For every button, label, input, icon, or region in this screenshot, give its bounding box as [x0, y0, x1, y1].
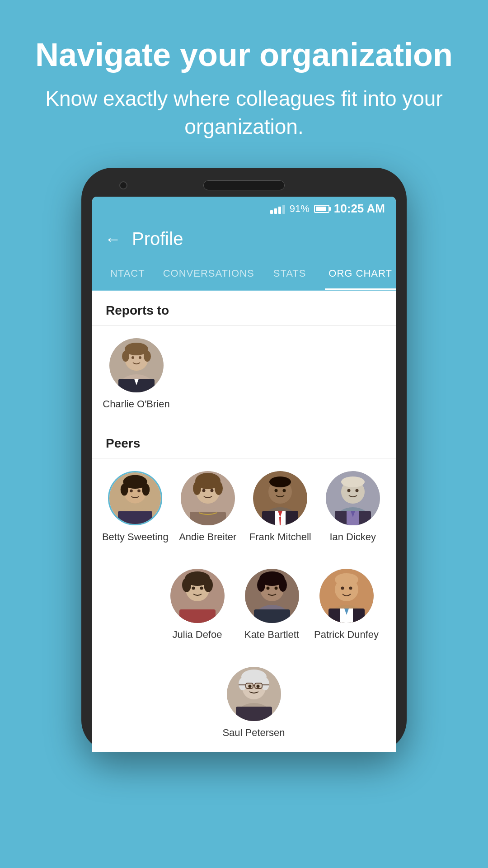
person-julia-name: Julia Defoe [172, 628, 222, 642]
person-ian[interactable]: Ian Dickey [319, 471, 387, 544]
svg-point-29 [215, 481, 223, 495]
svg-point-67 [274, 587, 277, 590]
svg-point-46 [347, 489, 350, 492]
signal-bar-2 [274, 208, 277, 214]
signal-bar-3 [278, 207, 281, 214]
svg-rect-96 [236, 707, 272, 721]
app-bar: ← Profile [92, 221, 396, 257]
svg-point-37 [269, 476, 291, 487]
hero-subtitle: Know exactly where colleagues fit into y… [27, 85, 461, 141]
avatar-ian [326, 471, 380, 525]
avatar-saul [227, 667, 281, 721]
battery-fill [316, 207, 326, 211]
tab-conversations[interactable]: CONVERSATIONS [163, 257, 254, 290]
svg-point-66 [266, 587, 269, 590]
svg-point-19 [142, 483, 150, 495]
svg-point-36 [283, 489, 286, 492]
avatar-frank [253, 471, 307, 525]
svg-point-35 [275, 489, 278, 492]
svg-point-56 [192, 587, 195, 590]
svg-point-47 [355, 489, 358, 492]
svg-point-89 [239, 678, 247, 690]
battery-icon [314, 205, 329, 213]
person-patrick-name: Patrick Dunfey [314, 628, 379, 642]
phone-mockup: 91% 10:25 AM ← Profile NTACT CONVERSATIO… [0, 168, 488, 752]
reports-to-header: Reports to [92, 291, 396, 326]
svg-point-26 [210, 489, 213, 492]
person-saul-name: Saul Petersen [222, 726, 285, 740]
person-charlie[interactable]: Charlie O'Brien [101, 338, 171, 411]
svg-point-4 [131, 356, 134, 359]
svg-point-77 [349, 587, 352, 590]
signal-percent: 91% [290, 203, 310, 215]
svg-rect-61 [179, 609, 216, 623]
person-kate-name: Kate Bartlett [244, 628, 299, 642]
person-kate[interactable]: Kate Bartlett [237, 569, 307, 642]
svg-rect-71 [254, 609, 290, 623]
svg-point-57 [200, 587, 203, 590]
avatar-charlie [109, 338, 164, 392]
back-button[interactable]: ← [105, 230, 121, 249]
svg-point-70 [279, 578, 287, 592]
phone-frame: 91% 10:25 AM ← Profile NTACT CONVERSATIO… [81, 168, 407, 752]
speaker [203, 180, 285, 190]
svg-point-90 [261, 678, 269, 690]
avatar-betty [108, 471, 162, 525]
svg-point-48 [341, 476, 365, 487]
svg-point-8 [144, 351, 151, 362]
person-andie-name: Andie Breiter [179, 531, 236, 544]
avatar-kate [245, 569, 299, 623]
svg-rect-30 [190, 512, 226, 525]
signal-bar-1 [270, 210, 273, 214]
svg-point-25 [202, 489, 205, 492]
svg-point-78 [335, 573, 358, 586]
person-charlie-name: Charlie O'Brien [103, 398, 169, 411]
peers-row-3: Saul Petersen [92, 654, 396, 752]
avatar-julia [170, 569, 225, 623]
hero-section: Navigate your organization Know exactly … [0, 0, 488, 163]
avatar-patrick [319, 569, 374, 623]
time-display: 10:25 AM [334, 202, 385, 216]
svg-rect-20 [118, 511, 152, 524]
svg-point-5 [139, 356, 141, 359]
phone-screen: 91% 10:25 AM ← Profile NTACT CONVERSATIO… [92, 197, 396, 752]
person-saul[interactable]: Saul Petersen [219, 667, 289, 740]
person-patrick[interactable]: Patrick Dunfey [311, 569, 381, 642]
person-frank[interactable]: Frank Mitchell [246, 471, 314, 544]
svg-point-7 [122, 351, 129, 362]
svg-point-87 [256, 684, 259, 688]
svg-point-16 [137, 489, 141, 492]
person-betty[interactable]: Betty Sweeting [101, 471, 169, 544]
person-betty-name: Betty Sweeting [102, 531, 169, 544]
tab-org-chart[interactable]: ORG CHART [325, 257, 396, 290]
avatar-andie [181, 471, 235, 525]
svg-point-18 [121, 483, 128, 495]
content-area: Reports to [92, 291, 396, 752]
signal-bars [270, 204, 285, 214]
tab-contact[interactable]: NTACT [92, 257, 163, 290]
peers-row-1: Betty Sweeting [92, 458, 396, 557]
svg-point-86 [248, 684, 251, 688]
peers-header: Peers [92, 424, 396, 458]
person-andie[interactable]: Andie Breiter [174, 471, 242, 544]
person-julia[interactable]: Julia Defoe [162, 569, 232, 642]
reports-to-row: Charlie O'Brien [92, 326, 396, 424]
person-ian-name: Ian Dickey [329, 531, 376, 544]
phone-top [92, 180, 396, 197]
app-bar-title: Profile [132, 229, 183, 249]
svg-point-59 [182, 578, 191, 592]
signal-bar-4 [282, 205, 285, 214]
status-bar: 91% 10:25 AM [92, 197, 396, 221]
hero-title: Navigate your organization [27, 36, 461, 74]
svg-point-15 [130, 489, 133, 492]
svg-point-76 [341, 587, 344, 590]
camera-icon [119, 181, 127, 189]
svg-point-69 [257, 578, 265, 592]
peers-row-2: Julia Defoe [92, 556, 396, 654]
svg-point-60 [204, 578, 213, 592]
tab-bar: NTACT CONVERSATIONS STATS ORG CHART [92, 257, 396, 291]
svg-point-28 [193, 481, 201, 495]
tab-stats[interactable]: STATS [254, 257, 325, 290]
person-frank-name: Frank Mitchell [249, 531, 311, 544]
